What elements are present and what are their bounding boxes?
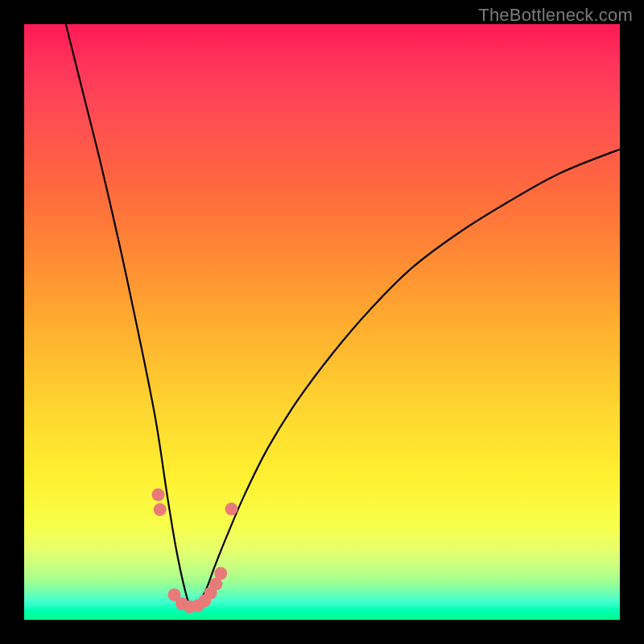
data-marker [225, 502, 238, 515]
bottleneck-chart [24, 24, 620, 620]
data-marker [214, 567, 227, 580]
watermark-text: TheBottleneck.com [478, 5, 633, 26]
markers-group [152, 489, 238, 613]
data-marker [152, 489, 165, 502]
data-marker [154, 503, 167, 516]
plot-area [24, 24, 620, 620]
bottleneck-curve [66, 24, 620, 609]
